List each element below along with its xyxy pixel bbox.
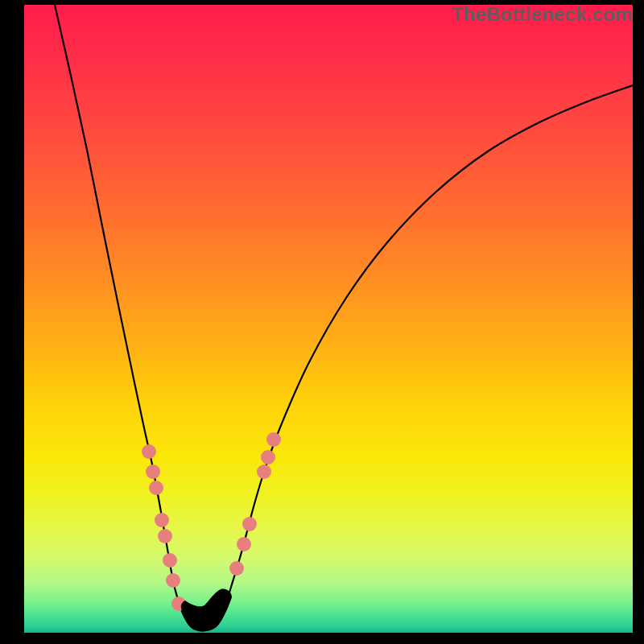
curve-marker (155, 513, 169, 527)
curve-marker (229, 561, 244, 576)
curve-marker (266, 432, 281, 447)
curve-marker (261, 450, 275, 464)
main-curve (55, 5, 633, 630)
watermark-text: TheBottleneck.com (452, 3, 633, 26)
curve-marker (146, 464, 160, 479)
bottom-blob (181, 589, 232, 632)
curve-marker (242, 517, 257, 531)
curve-marker (257, 464, 271, 479)
curve-marker (163, 553, 177, 568)
plot-area (24, 5, 633, 633)
curve-marker (158, 529, 172, 543)
curve-marker (237, 537, 251, 551)
chart-svg (24, 5, 633, 633)
curve-marker (149, 481, 163, 495)
chart-stage: TheBottleneck.com (0, 0, 644, 644)
curve-markers (142, 432, 281, 611)
curve-marker (166, 573, 180, 588)
curve-marker (142, 444, 156, 459)
